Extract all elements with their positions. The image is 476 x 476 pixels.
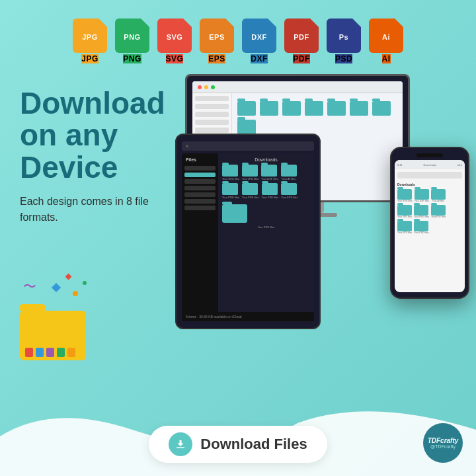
file-icon-svg: SVG SVG: [157, 19, 192, 63]
svg-icon-shape: SVG: [157, 19, 192, 53]
svg-label-bottom: SVG: [166, 54, 184, 63]
right-section: Files Downloads: [172, 74, 463, 338]
main-container: JPG JPG PNG PNG SVG SVG EPS EPS DXF: [0, 0, 476, 476]
monitor-sidebar-item: [195, 128, 229, 133]
monitor-folder: [282, 101, 301, 116]
phone-search-bar: [397, 172, 462, 178]
tablet-folders-row: Your SVG files Your JPG files Your DXF f…: [222, 165, 310, 199]
jpg-icon-shape: JPG: [73, 19, 107, 53]
tablet-sidebar-item: [184, 186, 216, 190]
monitor-folder: [327, 101, 346, 116]
monitor-folder: [372, 101, 391, 116]
headline: Download on any Device: [20, 87, 165, 183]
pdf-icon-shape: PDF: [284, 19, 319, 53]
left-section: Download on any Device Each design comes…: [13, 74, 172, 338]
file-icon-dxf: DXF DXF: [242, 19, 276, 63]
eps-icon-shape: EPS: [200, 19, 234, 53]
file-icon-psd: Ps PSD: [327, 19, 361, 63]
svg-label-top: SVG: [167, 33, 183, 41]
phone-folder: [414, 205, 428, 216]
tablet-bottom: 5 items · 30.66 KB available on iCloud: [182, 312, 314, 321]
psd-label-bottom: PSD: [335, 54, 352, 63]
jpg-label-top: JPG: [82, 33, 98, 41]
phone-body: 9:41 Downloads ●●● Downloads Your SVG fi…: [390, 147, 469, 299]
monitor-sidebar-item: [195, 96, 229, 101]
phone-folder: [414, 221, 428, 231]
file-icon-pdf: PDF PDF: [284, 19, 319, 63]
tablet-folder: [261, 165, 277, 177]
phone-folder: [397, 205, 412, 216]
tablet-sidebar-item: [184, 192, 216, 197]
monitor-folders: [237, 101, 397, 134]
file-icon-png: PNG PNG: [115, 19, 149, 63]
file-formats-row: JPG JPG PNG PNG SVG SVG EPS EPS DXF: [0, 0, 476, 74]
phone-topbar: 9:41 Downloads ●●●: [395, 160, 465, 169]
brand-name: TDFcrafty: [428, 437, 459, 444]
png-label-bottom: PNG: [123, 54, 141, 63]
monitor-folder: [350, 101, 368, 116]
tablet-folder: [242, 183, 258, 195]
phone-folders-row-3: Your EPS files Your PSD files: [395, 219, 465, 235]
headline-line3: Device: [20, 150, 118, 184]
dxf-label-bottom: DXF: [251, 54, 268, 63]
bottom-bar: Download Files: [0, 410, 476, 476]
jpg-label-bottom: JPG: [81, 54, 99, 63]
eps-label-bottom: EPS: [208, 54, 225, 63]
phone-section-title: Downloads: [395, 181, 465, 188]
ai-icon-shape: Ai: [369, 19, 403, 53]
phone-folder: [431, 205, 446, 216]
tablet-main-title: Downloads: [222, 157, 310, 162]
download-button-label: Download Files: [200, 436, 307, 453]
phone-notch: [416, 153, 443, 157]
tablet-sidebar-item: [184, 179, 216, 184]
phone-folder: [397, 221, 412, 231]
monitor-dot-green: [211, 85, 215, 89]
tablet-main: Downloads Your SVG files Your JPG files: [218, 153, 314, 312]
phone-folders-row-1: Your SVG files Your DXF files Your AI fi…: [395, 188, 465, 204]
phone-folder: [415, 189, 429, 200]
monitor-topbar: [192, 81, 403, 93]
file-icon-eps: EPS EPS: [200, 19, 234, 63]
monitor-folder: [305, 101, 323, 116]
download-button-area[interactable]: Download Files: [149, 426, 327, 463]
tablet-folder: [222, 165, 238, 177]
phone-folder: [397, 189, 412, 200]
brand-badge: TDFcrafty @TDFcrafty: [423, 423, 463, 463]
monitor-folder: [260, 101, 278, 116]
download-icon: [169, 432, 192, 456]
decorative-folder-area: 〜: [20, 304, 99, 390]
tablet-big-folder: [222, 204, 247, 223]
tablet-topbar: [182, 141, 314, 151]
pdf-label-top: PDF: [294, 33, 309, 41]
monitor-sidebar-item: [195, 120, 229, 125]
psd-icon-shape: Ps: [327, 19, 361, 53]
tablet-sidebar-item: [184, 199, 216, 204]
file-icon-jpg: JPG JPG: [73, 19, 107, 63]
psd-label-top: Ps: [339, 33, 348, 41]
tablet-folder: [281, 183, 297, 195]
tablet: Files Downloads: [175, 134, 321, 329]
dxf-icon-shape: DXF: [242, 19, 276, 53]
subtext: Each design comes in 8 file formats.: [20, 194, 165, 225]
brand-handle: @TDFcrafty: [430, 444, 456, 449]
tablet-sidebar-item-active: [184, 173, 216, 177]
tablet-folder: [242, 165, 258, 177]
monitor-dot-yellow: [204, 85, 208, 89]
pdf-label-bottom: PDF: [293, 54, 310, 63]
monitor-folder: [237, 120, 256, 134]
phone-folders-row-2: Your JPG files Your PNG files Your PDF f…: [395, 204, 465, 219]
tablet-folder: [222, 183, 238, 195]
monitor-sidebar-item: [195, 112, 229, 117]
confetti-zigzag: 〜: [23, 278, 36, 296]
main-content: Download on any Device Each design comes…: [0, 74, 476, 338]
tablet-screen: Files Downloads: [182, 153, 314, 312]
tablet-sidebar-item: [184, 166, 216, 171]
dxf-label-top: DXF: [251, 33, 267, 41]
tablet-sidebar-files-label: Files: [184, 157, 216, 162]
monitor-dot-red: [198, 85, 202, 89]
big-decorative-folder: [20, 311, 86, 360]
ai-label-bottom: AI: [382, 54, 391, 63]
monitor-sidebar-item: [195, 104, 229, 109]
monitor-folder: [237, 101, 256, 116]
tablet-folder: [262, 183, 278, 195]
